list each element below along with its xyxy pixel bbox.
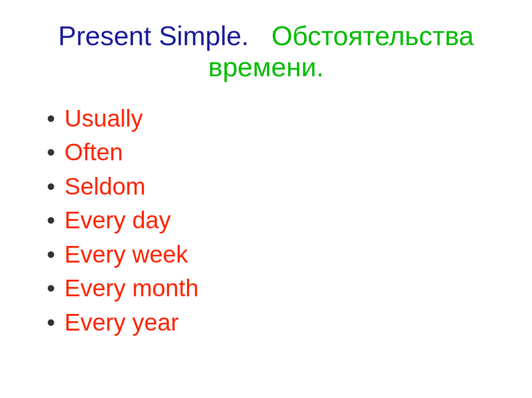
list-item-every-month: Every month [47,273,501,304]
title-area: Present Simple. Обстоятельства времени. [31,21,501,83]
title-line1: Present Simple. Обстоятельства [31,21,501,52]
list-item-every-day: Every day [47,205,501,236]
slide-container: Present Simple. Обстоятельства времени. … [0,0,532,398]
list-item-seldom: Seldom [47,172,501,202]
list-item-every-year: Every year [47,308,501,338]
title-russian-line1: Обстоятельства [271,21,474,51]
list-item-often: Often [47,138,501,168]
title-line2: времени. [31,52,501,83]
title-russian-line2: времени. [208,52,324,82]
list-item-usually: Usually [47,104,501,134]
bullet-list: Usually Often Seldom Every day Every wee… [31,104,501,342]
list-item-every-week: Every week [47,240,501,270]
title-english: Present Simple. [58,21,249,51]
